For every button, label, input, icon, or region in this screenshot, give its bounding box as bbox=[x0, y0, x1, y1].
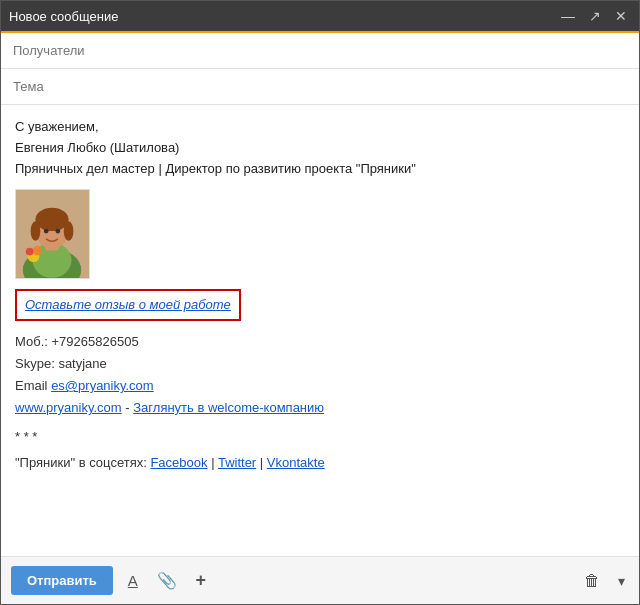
website-link[interactable]: www.pryaniky.com bbox=[15, 400, 122, 415]
mobile-label: Моб.: bbox=[15, 334, 48, 349]
svg-point-12 bbox=[26, 248, 34, 256]
mobile-row: Моб.: +79265826505 bbox=[15, 331, 625, 353]
svg-point-6 bbox=[31, 222, 41, 241]
svg-point-8 bbox=[44, 229, 49, 234]
signature-role: Пряничных дел мастер | Директор по разви… bbox=[15, 159, 625, 180]
trash-icon: 🗑 bbox=[584, 572, 600, 589]
stars-row: * * * bbox=[15, 427, 625, 447]
more-options-button[interactable]: + bbox=[187, 567, 215, 595]
close-button[interactable]: ✕ bbox=[611, 6, 631, 26]
review-link-box: Оставьте отзыв о моей работе bbox=[15, 289, 241, 321]
chevron-down-icon: ▾ bbox=[618, 573, 625, 589]
attach-icon: 📎 bbox=[157, 571, 177, 590]
bottom-toolbar: Отправить A 📎 + 🗑 ▾ bbox=[1, 556, 639, 604]
more-icon: + bbox=[196, 570, 207, 591]
social-sep-2: | bbox=[260, 455, 267, 470]
compose-body: С уважением, Евгения Любко (Шатилова) Пр… bbox=[1, 33, 639, 604]
subject-row bbox=[1, 69, 639, 105]
recipients-row bbox=[1, 33, 639, 69]
review-link[interactable]: Оставьте отзыв о моей работе bbox=[25, 297, 231, 312]
website-row: www.pryaniky.com - Заглянуть в welcome-к… bbox=[15, 397, 625, 419]
stars-text: * * * bbox=[15, 429, 37, 444]
compose-window: Новое сообщение — ↗ ✕ С уважением, Евген… bbox=[0, 0, 640, 605]
more-actions-button[interactable]: ▾ bbox=[614, 569, 629, 593]
mobile-value: +79265826505 bbox=[52, 334, 139, 349]
message-area[interactable]: С уважением, Евгения Любко (Шатилова) Пр… bbox=[1, 105, 639, 556]
format-text-button[interactable]: A bbox=[119, 567, 147, 595]
subject-input[interactable] bbox=[13, 79, 627, 94]
maximize-button[interactable]: ↗ bbox=[585, 6, 605, 26]
email-row: Email es@pryaniky.com bbox=[15, 375, 625, 397]
svg-point-5 bbox=[35, 208, 68, 231]
signature-name: Евгения Любко (Шатилова) bbox=[15, 138, 625, 159]
social-sep-1: | bbox=[211, 455, 218, 470]
contact-info: Моб.: +79265826505 Skype: satyjane Email… bbox=[15, 331, 625, 419]
svg-point-11 bbox=[33, 246, 43, 256]
delete-button[interactable]: 🗑 bbox=[578, 568, 606, 594]
welcome-link[interactable]: Заглянуть в welcome-компанию bbox=[133, 400, 324, 415]
twitter-link[interactable]: Twitter bbox=[218, 455, 256, 470]
facebook-link[interactable]: Facebook bbox=[150, 455, 207, 470]
email-label: Email bbox=[15, 378, 48, 393]
social-row: "Пряники" в соцсетях: Facebook | Twitter… bbox=[15, 453, 625, 473]
recipients-input[interactable] bbox=[13, 43, 627, 58]
skype-label: Skype: bbox=[15, 356, 55, 371]
send-button[interactable]: Отправить bbox=[11, 566, 113, 595]
window-controls: — ↗ ✕ bbox=[557, 6, 631, 26]
email-link[interactable]: es@pryaniky.com bbox=[51, 378, 154, 393]
skype-value: satyjane bbox=[58, 356, 106, 371]
signature-block: С уважением, Евгения Любко (Шатилова) Пр… bbox=[15, 117, 625, 179]
signature-greeting: С уважением, bbox=[15, 117, 625, 138]
social-intro: "Пряники" в соцсетях: bbox=[15, 455, 147, 470]
svg-point-9 bbox=[55, 229, 60, 234]
attach-button[interactable]: 📎 bbox=[153, 567, 181, 595]
skype-row: Skype: satyjane bbox=[15, 353, 625, 375]
format-icon: A bbox=[128, 572, 138, 589]
window-title: Новое сообщение bbox=[9, 9, 118, 24]
svg-point-7 bbox=[64, 222, 74, 241]
title-bar: Новое сообщение — ↗ ✕ bbox=[1, 1, 639, 33]
minimize-button[interactable]: — bbox=[557, 6, 579, 26]
avatar bbox=[15, 189, 90, 279]
vkontakte-link[interactable]: Vkontakte bbox=[267, 455, 325, 470]
